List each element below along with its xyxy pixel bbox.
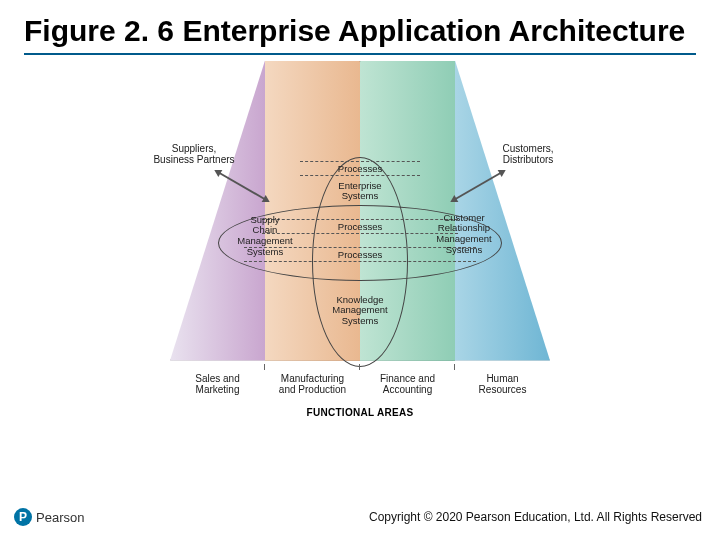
process-label-2: Processes — [338, 220, 382, 234]
divider-tick — [454, 364, 455, 370]
process-label-1: Processes — [338, 162, 382, 176]
divider-tick — [264, 364, 265, 370]
functional-area: Sales and Marketing — [170, 373, 265, 395]
brand-icon: P — [14, 508, 32, 526]
title-underline — [24, 53, 696, 55]
divider-tick — [359, 364, 360, 370]
process-band-1: Processes — [300, 161, 420, 176]
functional-area: Finance and Accounting — [360, 373, 455, 395]
functional-area: Manufacturing and Production — [265, 373, 360, 395]
actor-customers: Customers, Distributors — [480, 143, 576, 166]
label-kms: Knowledge Management Systems — [315, 295, 405, 328]
functional-areas-heading: FUNCTIONAL AREAS — [306, 407, 413, 418]
footer: P Pearson Copyright © 2020 Pearson Educa… — [0, 508, 720, 526]
process-label-3: Processes — [338, 248, 382, 262]
label-crm: Customer Relationship Management Systems — [420, 213, 508, 257]
label-scm: Supply Chain Management Systems — [226, 215, 304, 259]
slide: Figure 2. 6 Enterprise Application Archi… — [0, 0, 720, 540]
actor-suppliers: Suppliers, Business Partners — [146, 143, 242, 166]
copyright-text: Copyright © 2020 Pearson Education, Ltd.… — [369, 510, 702, 524]
brand-logo: P Pearson — [14, 508, 84, 526]
diagram: Suppliers, Business Partners Customers, … — [140, 61, 580, 451]
functional-areas-row: Sales and Marketing Manufacturing and Pr… — [170, 373, 550, 395]
brand-name: Pearson — [36, 510, 84, 525]
label-enterprise-systems: Enterprise Systems — [320, 181, 400, 203]
functional-area: Human Resources — [455, 373, 550, 395]
page-title: Figure 2. 6 Enterprise Application Archi… — [24, 14, 696, 49]
